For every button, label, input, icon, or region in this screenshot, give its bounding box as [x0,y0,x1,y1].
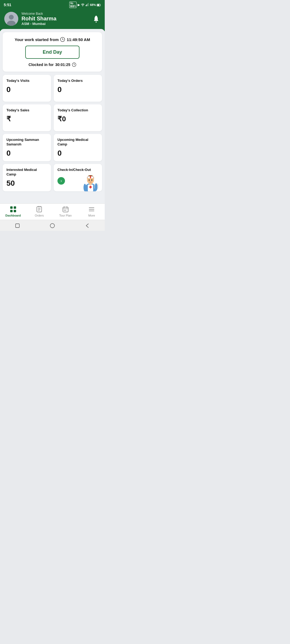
svg-rect-2 [87,3,88,6]
stat-value-collection: ₹0 [57,115,98,123]
svg-rect-15 [89,186,92,188]
signal-icon [86,3,89,7]
stat-value-interested-camp: 50 [6,179,47,188]
svg-rect-28 [10,206,13,209]
wifi-icon [81,3,85,7]
svg-point-37 [50,224,55,228]
stat-label-samman: Upcoming Samman Samaroh [6,138,47,147]
svg-rect-19 [90,176,91,178]
battery-icon: 68% [90,3,101,6]
stat-label-checkin: Check-In/Check-Out [57,168,98,172]
welcome-text: Welcome Back [21,12,56,16]
avatar [4,12,18,26]
nav-label-orders: Orders [35,214,44,217]
stat-card-sales[interactable]: Today's Sales ₹ [3,104,51,131]
clock-icon [60,37,65,42]
header: Welcome Back Rohit Sharma ASM - Mumbai [0,9,105,31]
stat-card-checkin[interactable]: Check-In/Check-Out › [54,164,102,191]
status-time: 5:51 [4,3,11,7]
svg-rect-30 [10,210,13,212]
header-left: Welcome Back Rohit Sharma ASM - Mumbai [4,12,56,26]
svg-rect-29 [14,206,16,209]
svg-rect-0 [86,5,86,6]
stat-label-medical-camp: Upcoming Medical Camp [57,138,98,147]
clock-small-icon [72,63,76,67]
svg-rect-35 [65,210,66,211]
nav-label-dashboard: Dashboard [5,214,21,217]
svg-point-20 [89,179,90,181]
stats-grid: Today's Visits 0 Today's Orders 0 Today'… [3,75,102,191]
svg-rect-1 [86,4,87,6]
checkin-arrow-icon[interactable]: › [57,177,65,185]
work-card: Your work started from 11:49:50 AM End D… [3,32,102,72]
stat-card-orders[interactable]: Today's Orders 0 [54,75,102,102]
stat-value-orders: 0 [57,85,98,94]
stat-value-visits: 0 [6,85,47,94]
orders-icon [36,206,43,213]
android-recents-button[interactable] [15,223,20,229]
header-text: Welcome Back Rohit Sharma ASM - Mumbai [21,12,56,26]
bluetooth-icon: ▶ [78,3,80,7]
svg-point-21 [91,179,92,181]
stat-value-sales: ₹ [6,115,47,123]
grid-icon [10,206,17,213]
menu-icon [88,206,95,213]
vowifi-icon: VoWiFi [69,2,77,8]
android-home-button[interactable] [49,223,55,229]
android-nav [0,220,105,231]
nav-label-tour-plan: Tour Plan [59,214,72,217]
bottom-nav: Dashboard Orders Tour Plan More [0,203,105,220]
work-started-text: Your work started from 11:49:50 AM [7,37,98,42]
user-role: ASM - Mumbai [21,22,56,26]
nav-item-orders[interactable]: Orders [26,206,53,217]
nurse-illustration [81,173,100,191]
stat-card-visits[interactable]: Today's Visits 0 [3,75,51,102]
bell-icon[interactable] [92,14,100,23]
svg-point-27 [95,183,97,191]
stat-value-medical-camp: 0 [57,149,98,158]
stat-card-samman[interactable]: Upcoming Samman Samaroh 0 [3,134,51,161]
status-bar: 5:51 VoWiFi ▶ 68% [0,0,105,9]
android-back-button[interactable] [84,223,90,229]
svg-rect-34 [64,210,65,211]
stat-label-orders: Today's Orders [57,79,98,83]
svg-point-9 [96,21,97,23]
svg-point-26 [84,184,86,191]
svg-point-7 [9,15,14,20]
stat-label-sales: Today's Sales [6,108,47,113]
user-name: Rohit Sharma [21,16,56,22]
nav-item-more[interactable]: More [79,206,105,217]
nav-label-more: More [88,214,95,217]
clocked-text: Clocked in for 30:01:25 [7,63,98,67]
stat-value-samman: 0 [6,149,47,158]
stat-card-interested-camp[interactable]: Interested Medical Camp 50 [3,164,51,191]
calendar-icon [62,206,69,213]
nav-item-dashboard[interactable]: Dashboard [0,206,26,217]
svg-rect-36 [16,224,19,228]
svg-rect-33 [63,207,68,212]
svg-rect-31 [14,210,16,212]
stat-card-medical-camp[interactable]: Upcoming Medical Camp 0 [54,134,102,161]
status-icons: VoWiFi ▶ 68% [69,2,101,8]
end-day-button[interactable]: End Day [25,46,80,59]
svg-rect-3 [88,3,89,6]
svg-rect-5 [97,4,99,6]
stat-label-visits: Today's Visits [6,79,47,83]
stat-card-collection[interactable]: Today's Collection ₹0 [54,104,102,131]
stat-label-interested-camp: Interested Medical Camp [6,168,47,177]
nav-item-tour-plan[interactable]: Tour Plan [52,206,79,217]
main-content: Your work started from 11:49:50 AM End D… [0,29,105,203]
stat-label-collection: Today's Collection [57,108,98,113]
